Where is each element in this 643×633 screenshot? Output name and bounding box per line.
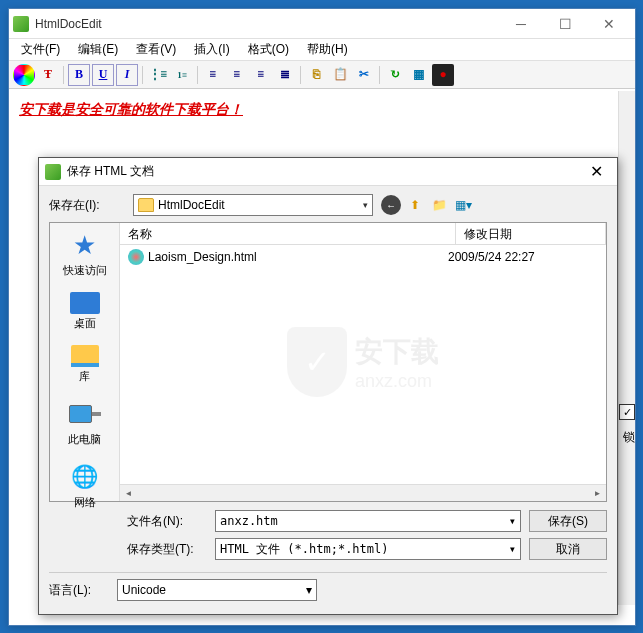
editor-content: 安下载是安全可靠的软件下载平台！ — [19, 102, 243, 117]
dialog-titlebar: 保存 HTML 文档 ✕ — [39, 158, 617, 186]
scroll-right-icon[interactable]: ► — [589, 485, 606, 501]
menu-view[interactable]: 查看(V) — [128, 39, 184, 60]
chevron-down-icon: ▾ — [363, 200, 368, 210]
copy-icon[interactable]: ⎘ — [305, 64, 327, 86]
titlebar: HtmlDocEdit ─ ☐ ✕ — [9, 9, 635, 39]
sidebar-computer[interactable]: 此电脑 — [68, 398, 101, 447]
menu-edit[interactable]: 编辑(E) — [70, 39, 126, 60]
folder-icon — [138, 198, 154, 212]
html-file-icon — [128, 249, 144, 265]
save-in-label: 保存在(I): — [49, 197, 125, 214]
filename-input[interactable]: anxz.htm ▾ — [215, 510, 521, 532]
horizontal-scrollbar[interactable]: ◄ ► — [120, 484, 606, 501]
sidebar-quick-access[interactable]: ★ 快速访问 — [63, 229, 107, 278]
record-icon[interactable]: ● — [432, 64, 454, 86]
align-justify-icon[interactable]: ≣ — [274, 64, 296, 86]
sidebar-library[interactable]: 库 — [71, 345, 99, 384]
chevron-down-icon: ▾ — [306, 583, 312, 597]
language-label: 语言(L): — [49, 582, 109, 599]
minimize-button[interactable]: ─ — [499, 10, 543, 38]
color-icon[interactable] — [13, 64, 35, 86]
sidebar-network[interactable]: 🌐 网络 — [69, 461, 101, 510]
window-title: HtmlDocEdit — [35, 17, 499, 31]
menubar: 文件(F) 编辑(E) 查看(V) 插入(I) 格式(O) 帮助(H) — [9, 39, 635, 61]
save-in-select[interactable]: HtmlDocEdit ▾ — [133, 194, 373, 216]
file-row[interactable]: Laoism_Design.html 2009/5/24 22:27 — [120, 245, 606, 269]
dialog-close-button[interactable]: ✕ — [581, 160, 611, 184]
maximize-button[interactable]: ☐ — [543, 10, 587, 38]
chevron-down-icon: ▾ — [509, 514, 516, 528]
filetype-label: 保存类型(T): — [127, 541, 207, 558]
filename-label: 文件名(N): — [127, 513, 207, 530]
cut-icon[interactable]: ✂ — [353, 64, 375, 86]
cancel-button[interactable]: 取消 — [529, 538, 607, 560]
font-icon[interactable]: Ŧ — [37, 64, 59, 86]
file-list: 名称 修改日期 Laoism_Design.html 2009/5/24 22:… — [120, 223, 606, 501]
list-bullets-icon[interactable]: ⋮≡ — [147, 64, 169, 86]
library-icon — [71, 345, 99, 367]
menu-format[interactable]: 格式(O) — [240, 39, 297, 60]
menu-help[interactable]: 帮助(H) — [299, 39, 356, 60]
star-icon: ★ — [69, 229, 101, 261]
sidebar-desktop[interactable]: 桌面 — [70, 292, 100, 331]
column-name[interactable]: 名称 — [120, 223, 456, 244]
save-in-value: HtmlDocEdit — [158, 198, 225, 212]
network-icon: 🌐 — [69, 461, 101, 493]
places-sidebar: ★ 快速访问 桌面 库 此电脑 🌐 网络 — [50, 223, 120, 501]
vertical-scrollbar[interactable] — [618, 91, 635, 605]
up-icon[interactable]: ⬆ — [405, 195, 425, 215]
computer-icon — [69, 398, 101, 430]
underline-icon[interactable]: U — [92, 64, 114, 86]
list-numbered-icon[interactable]: 1≡ — [171, 64, 193, 86]
image-icon[interactable]: ▦ — [408, 64, 430, 86]
column-date[interactable]: 修改日期 — [456, 223, 606, 244]
align-left-icon[interactable]: ≡ — [202, 64, 224, 86]
right-checkbox[interactable]: ✓ — [619, 404, 635, 420]
file-name: Laoism_Design.html — [148, 250, 448, 264]
dialog-app-icon — [45, 164, 61, 180]
save-dialog: 保存 HTML 文档 ✕ 保存在(I): HtmlDocEdit ▾ ← ⬆ 📁… — [38, 157, 618, 615]
scroll-left-icon[interactable]: ◄ — [120, 485, 137, 501]
filetype-select[interactable]: HTML 文件 (*.htm;*.html) ▾ — [215, 538, 521, 560]
menu-insert[interactable]: 插入(I) — [186, 39, 237, 60]
chevron-down-icon: ▾ — [509, 542, 516, 556]
paste-icon[interactable]: 📋 — [329, 64, 351, 86]
view-menu-icon[interactable]: ▦▾ — [453, 195, 473, 215]
align-right-icon[interactable]: ≡ — [250, 64, 272, 86]
right-label: 锁 — [623, 429, 635, 446]
menu-file[interactable]: 文件(F) — [13, 39, 68, 60]
align-center-icon[interactable]: ≡ — [226, 64, 248, 86]
app-icon — [13, 16, 29, 32]
file-date: 2009/5/24 22:27 — [448, 250, 598, 264]
file-list-header: 名称 修改日期 — [120, 223, 606, 245]
italic-icon[interactable]: I — [116, 64, 138, 86]
new-folder-icon[interactable]: 📁 — [429, 195, 449, 215]
refresh-icon[interactable]: ↻ — [384, 64, 406, 86]
file-browser: ★ 快速访问 桌面 库 此电脑 🌐 网络 — [49, 222, 607, 502]
close-button[interactable]: ✕ — [587, 10, 631, 38]
dialog-title: 保存 HTML 文档 — [67, 163, 581, 180]
bold-icon[interactable]: B — [68, 64, 90, 86]
save-button[interactable]: 保存(S) — [529, 510, 607, 532]
back-icon[interactable]: ← — [381, 195, 401, 215]
toolbar: Ŧ B U I ⋮≡ 1≡ ≡ ≡ ≡ ≣ ⎘ 📋 ✂ ↻ ▦ ● — [9, 61, 635, 89]
language-select[interactable]: Unicode ▾ — [117, 579, 317, 601]
desktop-icon — [70, 292, 100, 314]
